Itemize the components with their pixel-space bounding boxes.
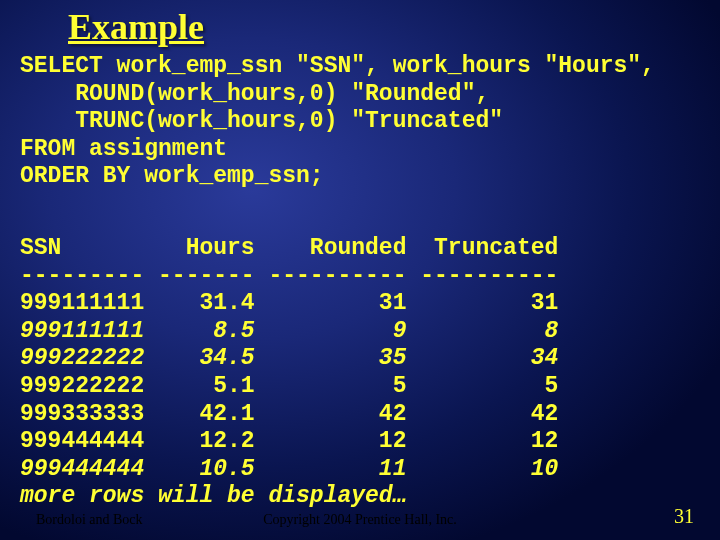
result-table: SSN Hours Rounded Truncated --------- --…	[20, 235, 558, 511]
table-divider: --------- ------- ---------- ----------	[20, 263, 558, 289]
sql-line-1: SELECT work_emp_ssn "SSN", work_hours "H…	[20, 53, 655, 79]
table-row: 999222222 5.1 5 5	[20, 373, 558, 399]
table-row: 999444444 12.2 12 12	[20, 428, 558, 454]
table-header: SSN Hours Rounded Truncated	[20, 235, 558, 261]
table-row: 999333333 42.1 42 42	[20, 401, 558, 427]
table-row: 999111111 31.4 31 31	[20, 290, 558, 316]
table-row: 999111111 8.5 9 8	[20, 318, 558, 344]
table-row: 999222222 34.5 35 34	[20, 345, 558, 371]
table-row: 999444444 10.5 11 10	[20, 456, 558, 482]
table-more: more rows will be displayed…	[20, 483, 406, 509]
sql-line-5: ORDER BY work_emp_ssn;	[20, 163, 324, 189]
sql-code-block: SELECT work_emp_ssn "SSN", work_hours "H…	[20, 53, 720, 191]
sql-line-4: FROM assignment	[20, 136, 227, 162]
slide-number: 31	[674, 505, 694, 528]
footer-copyright: Copyright 2004 Prentice Hall, Inc.	[0, 512, 720, 528]
sql-line-3: TRUNC(work_hours,0) "Truncated"	[20, 108, 503, 134]
slide-title: Example	[68, 6, 204, 48]
sql-line-2: ROUND(work_hours,0) "Rounded",	[20, 81, 489, 107]
